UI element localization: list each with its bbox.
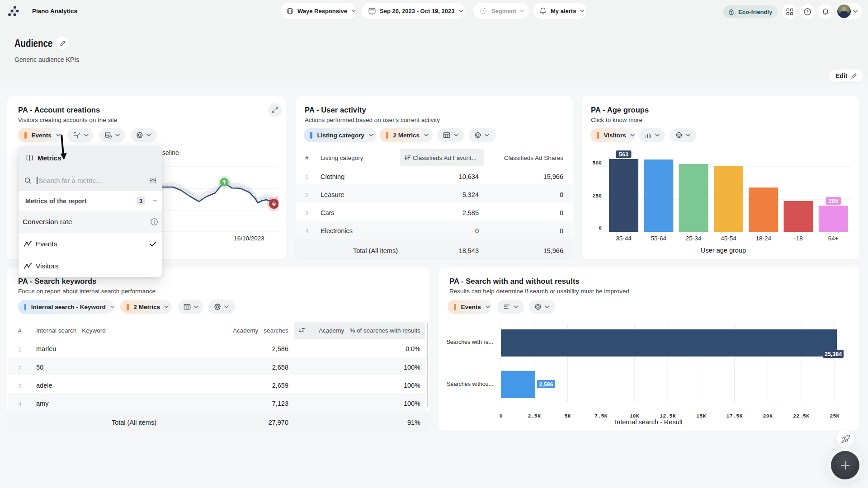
svg-text:250: 250 <box>592 193 602 199</box>
svg-text:0: 0 <box>499 413 502 419</box>
svg-text:20K: 20K <box>763 413 773 419</box>
svg-text:Internal search - Result: Internal search - Result <box>615 418 683 426</box>
svg-text:7.5K: 7.5K <box>594 413 608 419</box>
svg-text:25,384: 25,384 <box>825 351 842 357</box>
svg-text:563: 563 <box>619 151 628 158</box>
svg-text:-18: -18 <box>794 235 803 242</box>
svg-text:205: 205 <box>829 198 838 204</box>
svg-text:5K: 5K <box>564 413 571 419</box>
svg-text:0: 0 <box>599 225 602 231</box>
svg-text:45-54: 45-54 <box>721 235 736 242</box>
svg-text:25K: 25K <box>830 413 840 419</box>
svg-text:18-24: 18-24 <box>755 235 771 242</box>
svg-text:Searches with re...: Searches with re... <box>446 339 493 345</box>
svg-text:15K: 15K <box>696 413 706 419</box>
svg-text:2,586: 2,586 <box>539 381 553 388</box>
svg-text:25-34: 25-34 <box>686 235 702 242</box>
svg-text:55-64: 55-64 <box>651 235 667 242</box>
svg-text:User age group: User age group <box>701 247 746 254</box>
svg-text:Searches withou...: Searches withou... <box>447 381 493 387</box>
svg-text:64+: 64+ <box>828 235 839 242</box>
svg-text:17.5K: 17.5K <box>726 413 743 419</box>
svg-text:?: ? <box>806 9 809 14</box>
svg-text:500: 500 <box>592 160 602 166</box>
svg-text:22.5K: 22.5K <box>793 413 809 419</box>
svg-text:35-44: 35-44 <box>616 235 632 242</box>
svg-text:2.5K: 2.5K <box>528 413 541 419</box>
